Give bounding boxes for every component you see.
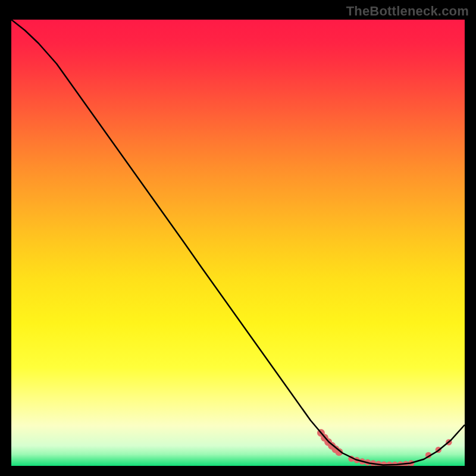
bottleneck-chart bbox=[11, 20, 465, 466]
watermark-text: TheBottleneck.com bbox=[346, 4, 469, 19]
chart-background bbox=[11, 20, 465, 466]
chart-frame: TheBottleneck.com bbox=[0, 0, 476, 476]
